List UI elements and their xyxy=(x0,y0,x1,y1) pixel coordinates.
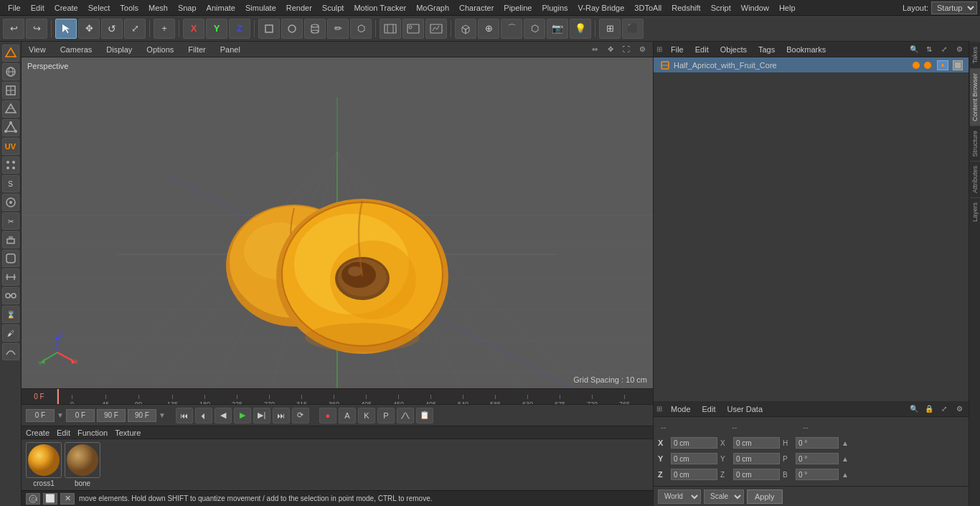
attr-menu-edit[interactable]: Edit xyxy=(699,403,719,415)
camera-button[interactable]: 📷 xyxy=(547,19,568,39)
material-item-cross1[interactable]: cross1 xyxy=(26,442,62,487)
bevel-button[interactable] xyxy=(2,250,19,267)
menu-3dtoall[interactable]: 3DToAll xyxy=(629,2,666,14)
play-button[interactable]: ▶ xyxy=(234,408,251,423)
object-visibility-dot-2[interactable] xyxy=(924,62,931,69)
tab-content-browser[interactable]: Content Browser xyxy=(970,68,980,126)
menu-sculpt[interactable]: Sculpt xyxy=(317,2,349,14)
pen-tool-button[interactable]: ✏ xyxy=(327,19,349,39)
menu-file[interactable]: File xyxy=(3,2,26,14)
y-axis-button[interactable]: Y xyxy=(206,19,227,39)
menu-tools[interactable]: Tools xyxy=(115,2,143,14)
viewport-3d[interactable]: Perspective Grid Spacing : 10 cm Z X xyxy=(22,57,653,388)
attr-expand-icon[interactable]: ⤢ xyxy=(938,403,951,416)
material-texture-menu[interactable]: Texture xyxy=(115,428,141,437)
status-icon-1[interactable]: C4 xyxy=(26,493,40,505)
coord-space-dropdown[interactable]: World Object Parent xyxy=(658,489,701,504)
timeline-button[interactable]: 📋 xyxy=(416,408,433,423)
menu-edit[interactable]: Edit xyxy=(26,2,50,14)
picture-viewer-button[interactable] xyxy=(402,19,424,39)
paint-button[interactable]: 🖌 xyxy=(2,324,19,342)
vp-icon-move[interactable]: ✥ xyxy=(604,43,617,56)
vp-icon-settings[interactable]: ⚙ xyxy=(636,43,649,56)
tab-takes[interactable]: Takes xyxy=(970,42,980,68)
light-button[interactable]: 💡 xyxy=(570,19,591,39)
redo-button[interactable]: ↪ xyxy=(26,19,47,39)
next-frame-button[interactable]: ▶| xyxy=(253,408,270,423)
live-select-button[interactable] xyxy=(2,194,19,211)
smooth-button[interactable] xyxy=(2,343,19,360)
point-mode-button[interactable] xyxy=(2,119,19,136)
vp-menu-cameras[interactable]: Cameras xyxy=(57,44,95,55)
viewcube-button[interactable] xyxy=(455,19,476,39)
menu-snap[interactable]: Snap xyxy=(173,2,202,14)
menu-vray[interactable]: V-Ray Bridge xyxy=(573,2,630,14)
coord-h-spinner[interactable]: ▲ xyxy=(842,439,849,447)
polygon-mode-button[interactable] xyxy=(2,82,19,99)
obj-expand-icon[interactable]: ⤢ xyxy=(938,43,951,56)
menu-help[interactable]: Help xyxy=(774,2,801,14)
coord-x-size-input[interactable] xyxy=(733,437,780,449)
menu-motion-tracker[interactable]: Motion Tracker xyxy=(349,2,411,14)
play-reverse-button[interactable]: ◀ xyxy=(215,408,232,423)
attr-menu-mode[interactable]: Mode xyxy=(668,403,694,415)
obj-menu-file[interactable]: File xyxy=(668,44,687,55)
coord-y-pos-input[interactable] xyxy=(671,453,717,464)
edge-mode-button[interactable] xyxy=(2,100,19,118)
menu-mesh[interactable]: Mesh xyxy=(143,2,173,14)
model-mode-button[interactable] xyxy=(2,44,19,62)
sphere-tool-button[interactable] xyxy=(281,19,303,39)
loop-cut-button[interactable]: ⌛ xyxy=(2,306,19,323)
material-edit-menu[interactable]: Edit xyxy=(57,428,70,437)
menu-create[interactable]: Create xyxy=(50,2,83,14)
attr-lock-icon[interactable]: 🔒 xyxy=(923,403,936,416)
coord-y-size-input[interactable] xyxy=(733,453,780,464)
z-axis-button[interactable]: Z xyxy=(229,19,250,39)
menu-window[interactable]: Window xyxy=(736,2,774,14)
knife-tool-button[interactable]: ✂ xyxy=(2,212,19,230)
x-axis-button[interactable]: X xyxy=(183,19,204,39)
select-tool-button[interactable] xyxy=(55,19,77,39)
obj-settings-icon[interactable]: ⚙ xyxy=(953,43,966,56)
motion-button[interactable]: P xyxy=(377,408,395,423)
obj-menu-objects[interactable]: Objects xyxy=(717,44,750,55)
attr-settings-icon[interactable]: ⚙ xyxy=(953,403,966,416)
apply-button[interactable]: Apply xyxy=(747,489,783,504)
coord-p-rot-input[interactable] xyxy=(796,453,839,464)
object-tag-extra[interactable] xyxy=(953,60,963,70)
spline-button[interactable]: ⌒ xyxy=(501,19,522,39)
coord-z-pos-input[interactable] xyxy=(671,469,717,480)
scale-tool-button[interactable]: ⤢ xyxy=(124,19,146,39)
go-start-button[interactable]: ⏮ xyxy=(176,408,193,423)
bridge-button[interactable] xyxy=(2,268,19,286)
material-create-menu[interactable]: Create xyxy=(26,428,50,437)
auto-key-button[interactable]: A xyxy=(339,408,356,423)
prev-frame-button[interactable]: ⏴ xyxy=(195,408,212,423)
soft-select-button[interactable]: S xyxy=(2,175,19,192)
move-tool-button[interactable]: ✥ xyxy=(78,19,100,39)
cube-tool-button[interactable] xyxy=(258,19,280,39)
frame-current-input[interactable] xyxy=(26,409,55,422)
key-button[interactable]: K xyxy=(358,408,375,423)
menu-pipeline[interactable]: Pipeline xyxy=(499,2,537,14)
grid-button[interactable]: ⊞ xyxy=(599,19,621,39)
record-button[interactable]: ● xyxy=(319,408,336,423)
object-item-apricot[interactable]: Half_Apricot_with_Fruit_Core xyxy=(654,57,969,73)
vp-menu-options[interactable]: Options xyxy=(143,44,176,55)
coord-scale-dropdown[interactable]: Scale Size xyxy=(704,489,744,504)
loop-button[interactable]: ⟳ xyxy=(292,408,309,423)
layout-select[interactable]: Startup xyxy=(931,1,977,14)
frame-end-input[interactable] xyxy=(128,409,156,422)
undo-button[interactable]: ↩ xyxy=(3,19,24,39)
coord-p-spinner[interactable]: ▲ xyxy=(842,455,849,463)
obj-search-icon[interactable]: 🔍 xyxy=(908,43,920,56)
timeline[interactable]: 0 F 045901351802252703153604054504955405… xyxy=(22,388,653,404)
material-function-menu[interactable]: Function xyxy=(77,428,108,437)
tab-attributes[interactable]: Attributes xyxy=(970,161,980,197)
vp-menu-filter[interactable]: Filter xyxy=(185,44,208,55)
coord-h-rot-input[interactable] xyxy=(796,437,839,449)
status-icon-2[interactable]: ⬜ xyxy=(43,493,57,505)
menu-animate[interactable]: Animate xyxy=(202,2,240,14)
menu-render[interactable]: Render xyxy=(281,2,317,14)
status-icon-3[interactable]: ✕ xyxy=(60,493,75,505)
